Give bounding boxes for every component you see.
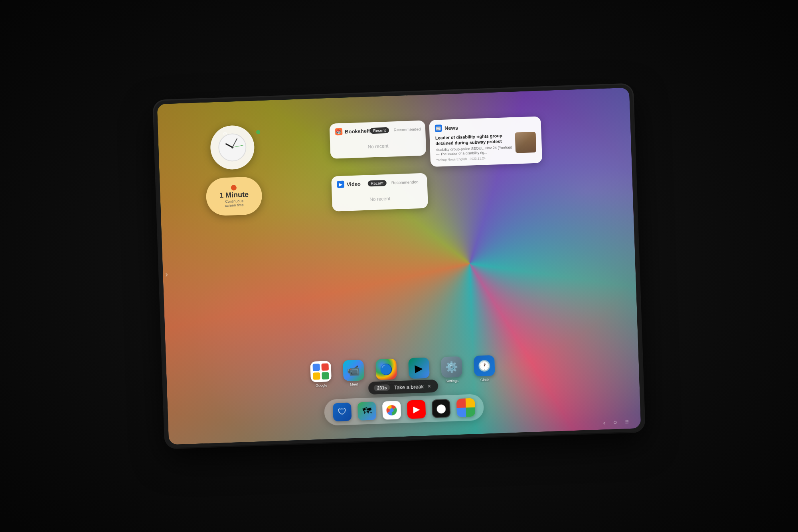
playstore-icon: ▶ — [408, 357, 430, 379]
take-a-break-toast: 231s Take a break × — [368, 379, 439, 394]
screentime-label: Continuousscreen time — [225, 199, 244, 208]
news-text-content: Leader of disability rights group detain… — [435, 132, 513, 162]
app-label-google: Google — [316, 383, 327, 388]
screentime-widget: 1 Minute Continuousscreen time — [205, 176, 263, 216]
video-tab-recommended[interactable]: Recommended — [388, 178, 422, 186]
bookshelf-header: 📚 Bookshelf Recent Recommended — [335, 125, 420, 135]
indicator-dot — [256, 130, 260, 134]
video-header: ▶ Video Recent Recommended — [337, 178, 421, 188]
app-label-settings: Settings — [446, 378, 459, 383]
bookshelf-tabs: Recent Recommended — [370, 126, 424, 134]
dock-shield-icon[interactable]: 🛡 — [333, 402, 352, 421]
news-item[interactable]: Leader of disability rights group detain… — [435, 131, 537, 162]
dock: 🛡 🗺 ▶ ⬤ — [324, 394, 484, 425]
tablet-frame: ⚙ 1 Minute Continuousscreen time › — [154, 84, 644, 448]
bookshelf-empty: No recent — [336, 135, 421, 153]
toast-label: Take a break — [394, 383, 424, 390]
nav-menu-button[interactable]: ≡ — [625, 418, 629, 425]
app-item-clock[interactable]: 🕐 Clock — [474, 355, 495, 382]
clock-circle — [218, 133, 247, 162]
clock-center-dot — [231, 146, 233, 148]
meet-icon: 📹 — [343, 360, 364, 381]
dock-camera-icon[interactable]: ⬤ — [432, 399, 451, 418]
assistant-icon: 🔵 — [375, 358, 397, 380]
nav-bar: ‹ ○ ≡ — [603, 418, 629, 426]
google-sub-4 — [322, 372, 329, 380]
video-empty: No recent — [337, 188, 422, 206]
app-item-settings[interactable]: ⚙️ Settings — [441, 356, 462, 383]
app-item-google[interactable]: Google — [310, 361, 332, 388]
news-thumbnail — [515, 131, 536, 153]
clock-face — [218, 133, 247, 162]
clock-app-icon: 🕐 — [474, 355, 495, 376]
app-label-meet: Meet — [350, 382, 358, 386]
video-widget: ▶ Video Recent Recommended No recent — [331, 173, 428, 211]
google-folder-icon — [310, 361, 332, 382]
news-excerpt: disability group-police SEOUL, Nov 24 (Y… — [436, 145, 513, 157]
bookshelf-widget: 📚 Bookshelf Recent Recommended No recent — [329, 120, 426, 158]
dock-chrome-icon[interactable] — [382, 401, 401, 420]
dock-photos-icon[interactable] — [456, 398, 476, 417]
screentime-indicator — [231, 184, 237, 190]
google-sub-1 — [312, 364, 320, 371]
bookshelf-title-row: 📚 Bookshelf — [335, 127, 370, 135]
video-title: Video — [346, 180, 361, 187]
bookshelf-icon: 📚 — [335, 128, 343, 135]
app-item-meet[interactable]: 📹 Meet — [343, 360, 364, 387]
settings-icon: ⚙️ — [441, 356, 462, 378]
nav-home-button[interactable]: ○ — [613, 419, 617, 426]
news-widget: 📰 News Leader of disability rights group… — [429, 116, 542, 167]
screentime-amount: 1 Minute — [219, 190, 249, 199]
video-title-row: ▶ Video — [337, 180, 361, 188]
left-edge-nav: › — [165, 269, 168, 279]
video-tab-recent[interactable]: Recent — [367, 180, 387, 186]
google-sub-2 — [321, 363, 329, 371]
dock-youtube-icon[interactable]: ▶ — [407, 399, 426, 419]
video-icon: ▶ — [337, 180, 344, 188]
toast-timer: 231s — [374, 384, 390, 391]
news-headline: Leader of disability rights group detain… — [435, 132, 512, 146]
dock-maps-icon[interactable]: 🗺 — [358, 401, 377, 421]
bookshelf-tab-recommended[interactable]: Recommended — [390, 126, 424, 133]
news-header: 📰 News — [435, 121, 535, 132]
toast-close-button[interactable]: × — [428, 383, 431, 389]
gear-icon: ⚙ — [223, 130, 228, 136]
nav-back-button[interactable]: ‹ — [603, 419, 605, 426]
google-sub-3 — [313, 372, 320, 380]
video-tabs: Recent Recommended — [367, 178, 422, 186]
news-title: News — [444, 125, 458, 131]
app-label-clock: Clock — [480, 378, 490, 382]
bookshelf-tab-recent[interactable]: Recent — [370, 127, 389, 134]
news-icon: 📰 — [435, 125, 442, 132]
tablet-screen: ⚙ 1 Minute Continuousscreen time › — [157, 87, 641, 445]
news-title-row: 📰 News — [435, 124, 458, 132]
bookshelf-title: Bookshelf — [345, 127, 370, 134]
